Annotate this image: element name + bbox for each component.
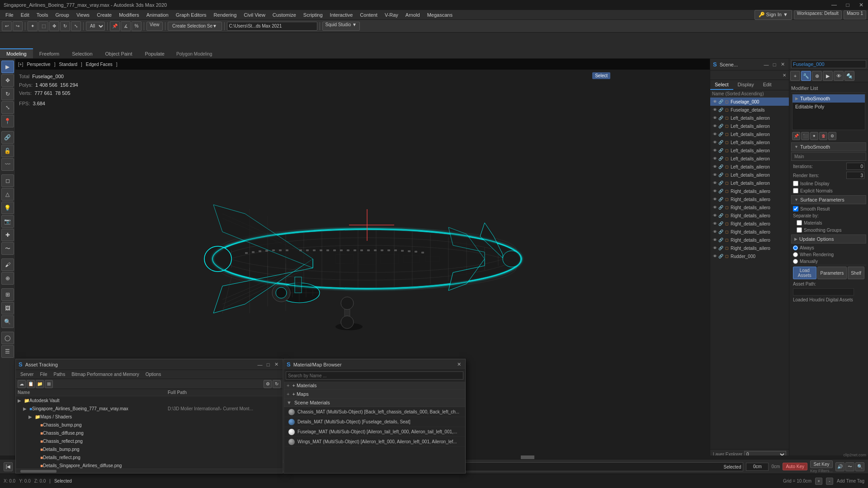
asset-list-item[interactable]: ■ Chassis_diffuse.png bbox=[16, 429, 283, 437]
menu-arnold[interactable]: Arnold bbox=[402, 11, 424, 19]
editable-poly-modifier[interactable]: Editable Poly bbox=[793, 103, 865, 111]
workspaces-btn[interactable]: Workspaces: Default bbox=[794, 10, 842, 19]
status-btn-2[interactable]: - bbox=[826, 478, 833, 485]
menu-group[interactable]: Group bbox=[52, 11, 73, 19]
rotate-tool[interactable]: ↻ bbox=[1, 88, 14, 100]
scene-list-item[interactable]: 👁 🔗 ◻ Right_details_ailero bbox=[710, 220, 789, 228]
materials-checkbox[interactable] bbox=[797, 220, 802, 225]
explicit-normals-checkbox[interactable] bbox=[793, 188, 798, 193]
menu-graph-editors[interactable]: Graph Editors bbox=[172, 11, 210, 19]
show-end-result-btn[interactable]: ⬛ bbox=[801, 132, 809, 140]
asset-list-item[interactable]: ▶ 📁 Autodesk Vault bbox=[16, 396, 283, 404]
scene-materials-header[interactable]: ▼ Scene Materials bbox=[284, 399, 465, 407]
scene-list-item[interactable]: 👁 🔗 ◻ Right_details_ailero bbox=[710, 203, 789, 211]
parameters-btn[interactable]: Parameters bbox=[817, 267, 847, 279]
menu-create[interactable]: Create bbox=[93, 11, 115, 19]
set-key-button[interactable]: Set Key bbox=[810, 460, 833, 468]
asset-list[interactable]: ▶ 📁 Autodesk Vault ▶ ■ Singapore_Airline… bbox=[16, 396, 283, 469]
vp-edged-faces[interactable]: Edged Faces bbox=[84, 61, 114, 67]
material-scene-item[interactable]: Wings_MAT (Multi/Sub-Object) [Aileron_le… bbox=[284, 437, 465, 447]
asset-list-item[interactable]: ▶ ■ Singapore_Airlines_Boeing_777_max_vr… bbox=[16, 404, 283, 413]
select-tool[interactable]: ▶ bbox=[1, 61, 14, 73]
material-scene-item[interactable]: Fuselage_MAT (Multi/Sub-Object) [Aileron… bbox=[284, 427, 465, 437]
at-btn-4[interactable]: ⊞ bbox=[45, 380, 53, 388]
bind-space-warp[interactable]: 〰 bbox=[1, 158, 14, 171]
shape-tool[interactable]: △ bbox=[1, 188, 14, 201]
sound-btn[interactable]: 🔊 bbox=[835, 462, 844, 471]
at-minimize-btn[interactable]: — bbox=[256, 361, 264, 368]
scene-list-item[interactable]: 👁 🔗 ◻ Right_details_ailero bbox=[710, 211, 789, 220]
scene-filter[interactable]: 🔍 bbox=[1, 315, 14, 328]
snap-toggle-btn[interactable]: 📌 bbox=[110, 21, 120, 31]
menu-scripting[interactable]: Scripting bbox=[300, 11, 326, 19]
smooth-result-checkbox[interactable] bbox=[793, 206, 798, 211]
scene-tab-edit[interactable]: Edit bbox=[759, 80, 776, 90]
file-path-input[interactable] bbox=[227, 22, 317, 31]
material-scene-item[interactable]: Details_MAT (Multi/Sub-Object) [Fuselage… bbox=[284, 417, 465, 427]
scene-list-item[interactable]: 👁 🔗 ◻ Rudder_000 bbox=[710, 252, 789, 260]
vp-perspective[interactable]: Perspective bbox=[25, 61, 52, 67]
display-tab-btn[interactable]: 👁 bbox=[834, 71, 844, 81]
when-rendering-radio[interactable] bbox=[793, 252, 798, 257]
asset-path-input[interactable] bbox=[793, 288, 854, 296]
mat-close-btn[interactable]: ✕ bbox=[455, 361, 462, 368]
redo-btn[interactable]: ↪ bbox=[13, 21, 23, 31]
at-menu-options[interactable]: Options bbox=[143, 371, 164, 377]
menu-file[interactable]: File bbox=[2, 11, 17, 19]
configure-modifier-sets-btn[interactable]: ⚙ bbox=[828, 132, 836, 140]
menu-rendering[interactable]: Rendering bbox=[210, 11, 241, 19]
xform-gizmo[interactable]: ⊕ bbox=[1, 272, 14, 285]
at-close-btn[interactable]: ✕ bbox=[273, 361, 280, 368]
at-menu-bitmap[interactable]: Bitmap Performance and Memory bbox=[69, 371, 142, 377]
scene-list-item[interactable]: 👁 🔗 ◻ Left_details_aileron bbox=[710, 155, 789, 163]
menu-modifiers[interactable]: Modifiers bbox=[115, 11, 143, 19]
layer-mgr[interactable]: ☰ bbox=[1, 345, 14, 358]
geometry-tool[interactable]: ◻ bbox=[1, 174, 14, 187]
scene-list-item[interactable]: 👁 🔗 ◻ Right_details_ailero bbox=[710, 244, 789, 252]
vp-standard[interactable]: Standard bbox=[57, 61, 79, 67]
scene-list-item[interactable]: 👁 🔗 ◻ Right_details_ailero bbox=[710, 195, 789, 203]
viewport-config[interactable]: ⊞ bbox=[1, 288, 14, 301]
mini-curve-editor-btn[interactable]: 〜 bbox=[845, 462, 854, 471]
close-button[interactable]: ✕ bbox=[854, 0, 868, 10]
at-btn-3[interactable]: 📁 bbox=[36, 380, 44, 388]
scene-x-btn[interactable]: ✕ bbox=[781, 71, 788, 79]
scene-list-item[interactable]: 👁 🔗 ◻ Left_details_aileron bbox=[710, 179, 789, 187]
asset-list-item[interactable]: ■ Details_reflect.png bbox=[16, 453, 283, 461]
scene-tab-select[interactable]: Select bbox=[710, 80, 733, 90]
materials-section-header[interactable]: + + Materials bbox=[284, 381, 465, 390]
motion-tab-btn[interactable]: ▶ bbox=[823, 71, 833, 81]
asset-list-item[interactable]: ▶ 📁 Maps / Shaders bbox=[16, 413, 283, 421]
load-assets-btn[interactable]: Load Assets bbox=[793, 267, 816, 279]
scene-list-item[interactable]: 👁 🔗 ◻ Right_details_ailero bbox=[710, 187, 789, 195]
menu-vray[interactable]: V-Ray bbox=[381, 11, 402, 19]
macro-btn[interactable]: Macro 1 bbox=[844, 10, 866, 19]
menu-content[interactable]: Content bbox=[356, 11, 381, 19]
manually-radio[interactable] bbox=[793, 259, 798, 264]
asset-list-item[interactable]: ■ Chassis_reflect.png bbox=[16, 437, 283, 445]
iterations-input[interactable] bbox=[846, 163, 864, 170]
always-radio[interactable] bbox=[793, 245, 798, 250]
unlink-tool[interactable]: 🔓 bbox=[1, 145, 14, 157]
move-tool[interactable]: ✥ bbox=[1, 74, 14, 87]
at-btn-2[interactable]: 📋 bbox=[27, 380, 35, 388]
menu-megascans[interactable]: Megascans bbox=[424, 11, 456, 19]
select-object-btn[interactable]: ✦ bbox=[28, 21, 38, 31]
material-search-input[interactable] bbox=[286, 371, 463, 380]
asset-scroll-bar[interactable] bbox=[16, 469, 283, 473]
squid-studio-btn[interactable]: Squid Studio ▼ bbox=[322, 22, 360, 31]
scene-list-item[interactable]: 👁 🔗 ◻ Left_details_aileron bbox=[710, 146, 789, 155]
ribbon-tab-selection[interactable]: Selection bbox=[66, 48, 99, 58]
remove-modifier-btn[interactable]: 🗑 bbox=[819, 132, 827, 140]
create-selection-button[interactable]: Create Selection Se▼ bbox=[168, 22, 222, 31]
link-tool[interactable]: 🔗 bbox=[1, 131, 14, 144]
turbosmooth-section-header[interactable]: ▼ TurboSmooth bbox=[791, 142, 866, 151]
at-menu-paths[interactable]: Paths bbox=[51, 371, 68, 377]
at-menu-server[interactable]: Server bbox=[18, 371, 36, 377]
scene-list-item[interactable]: 👁 🔗 ◻ Fuselage_details bbox=[710, 106, 789, 114]
status-btn-1[interactable]: + bbox=[815, 478, 822, 485]
ribbon-tab-populate[interactable]: Populate bbox=[138, 48, 170, 58]
material-scene-item[interactable]: Chassis_MAT (Multi/Sub-Object) [Back_lef… bbox=[284, 407, 465, 417]
utilities-tab-btn[interactable]: 🔩 bbox=[844, 71, 854, 81]
materials-section[interactable]: + + Materials bbox=[284, 381, 465, 390]
